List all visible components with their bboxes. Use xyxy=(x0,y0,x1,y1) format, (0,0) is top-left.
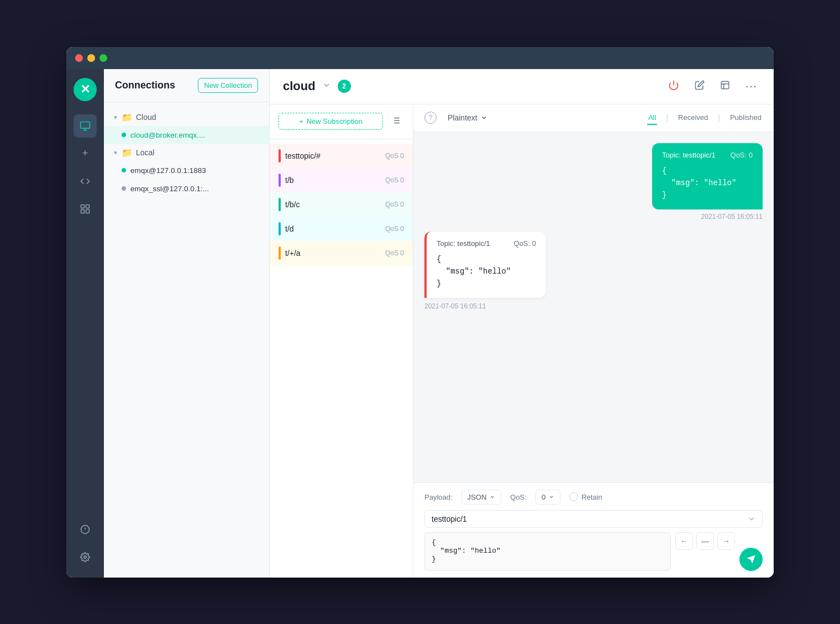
power-button[interactable] xyxy=(665,76,683,97)
nav-settings-button[interactable] xyxy=(74,546,97,569)
close-button[interactable] xyxy=(75,54,83,62)
messages-toolbar: ? Plaintext All | Received | Published xyxy=(413,104,774,132)
svg-rect-2 xyxy=(86,204,90,208)
group-local-header[interactable]: ▼ 📁 Local xyxy=(104,144,269,161)
sub-color-bar-5 xyxy=(279,247,281,260)
retain-option[interactable]: Retain xyxy=(569,492,602,501)
svg-rect-4 xyxy=(86,209,90,213)
sub-qos-1: QoS 0 xyxy=(385,152,404,160)
sub-topic-3: t/b/c xyxy=(285,200,300,209)
titlebar xyxy=(66,47,774,69)
local-group-label: Local xyxy=(136,148,154,157)
message-filter-tabs: All | Received | Published xyxy=(647,111,763,125)
messages-area: ? Plaintext All | Received | Published xyxy=(413,104,774,578)
connection-chevron-icon[interactable] xyxy=(322,81,331,92)
filter-tab-published[interactable]: Published xyxy=(729,111,763,125)
subscription-item-4[interactable]: t/d QoS 0 xyxy=(270,217,413,241)
message-bubble-received-1: Topic: testtopic/1 QoS: 0 { "msg": "hell… xyxy=(424,232,546,298)
subscription-list: testtopic/# QoS 0 t/b QoS 0 xyxy=(270,139,413,578)
app-window: ✕ + Connections xyxy=(66,47,774,578)
subscriptions-panel: + New Subscription testtopic/# xyxy=(270,104,413,578)
edit-button[interactable] xyxy=(691,77,708,96)
subscription-item-2[interactable]: t/b QoS 0 xyxy=(270,168,413,192)
msg-header-received-1: Topic: testtopic/1 QoS: 0 xyxy=(437,239,536,248)
connection-badge: 2 xyxy=(338,80,351,93)
payload-label: Payload: xyxy=(424,493,453,501)
publish-bar: Payload: JSON QoS: 0 xyxy=(413,483,774,578)
svg-rect-0 xyxy=(81,122,90,128)
status-dot-local2 xyxy=(122,186,126,191)
nav-info-button[interactable] xyxy=(74,518,97,541)
message-bubble-sent-1: Topic: testtopic/1 QoS: 0 { "msg": "hell… xyxy=(652,143,763,209)
cloud-group-arrow: ▼ xyxy=(113,114,118,120)
connection-item-local2[interactable]: emqx_ssl@127.0.0.1:... xyxy=(104,180,269,198)
connections-title: Connections xyxy=(115,80,175,91)
subscription-item-3[interactable]: t/b/c QoS 0 xyxy=(270,192,413,217)
sub-color-bar-1 xyxy=(279,149,281,162)
new-window-button[interactable] xyxy=(717,77,733,96)
traffic-lights xyxy=(75,54,107,62)
connection-item-local1[interactable]: emqx@127.0.0.1:1883 xyxy=(104,161,269,180)
message-item-sent-1: Topic: testtopic/1 QoS: 0 { "msg": "hell… xyxy=(424,143,763,221)
nav-log-button[interactable] xyxy=(74,197,97,221)
sub-color-bar-4 xyxy=(279,222,281,235)
topic-input[interactable] xyxy=(432,515,748,523)
retain-checkbox[interactable] xyxy=(569,492,578,501)
payload-actions: ← — → xyxy=(675,532,735,571)
connection-label-local1: emqx@127.0.0.1:1883 xyxy=(130,166,206,175)
qos-select[interactable]: 0 xyxy=(536,490,560,505)
filter-tab-all[interactable]: All xyxy=(647,111,657,125)
format-selector[interactable]: Plaintext xyxy=(443,111,492,124)
new-subscription-button[interactable]: + New Subscription xyxy=(279,113,383,130)
payload-textarea[interactable]: { "msg": "hello" } xyxy=(424,532,671,571)
logo-icon: ✕ xyxy=(80,82,90,97)
payload-clear-button[interactable]: — xyxy=(696,532,714,550)
sub-qos-2: QoS 0 xyxy=(385,176,404,184)
topic-bar xyxy=(424,510,763,528)
sub-qos-5: QoS 0 xyxy=(385,249,404,257)
nav-connections-button[interactable] xyxy=(74,114,97,138)
nav-script-button[interactable] xyxy=(74,170,97,193)
sub-color-bar-2 xyxy=(279,174,281,187)
publish-options: Payload: JSON QoS: 0 xyxy=(424,490,763,505)
send-icon xyxy=(746,554,756,564)
connection-label-local2: emqx_ssl@127.0.0.1:... xyxy=(130,185,209,193)
sub-color-bar-3 xyxy=(279,198,281,211)
sub-qos-3: QoS 0 xyxy=(385,201,404,208)
payload-prev-button[interactable]: ← xyxy=(675,532,693,550)
subscription-item-5[interactable]: t/+/a QoS 0 xyxy=(270,241,413,265)
svg-rect-1 xyxy=(81,204,85,208)
send-button[interactable] xyxy=(739,548,763,571)
help-icon[interactable]: ? xyxy=(424,112,437,124)
cloud-folder-icon: 📁 xyxy=(122,112,133,123)
new-collection-button[interactable]: New Collection xyxy=(198,78,258,93)
cloud-group-label: Cloud xyxy=(136,113,156,122)
connections-header: Connections New Collection xyxy=(104,69,269,102)
filter-tab-received[interactable]: Received xyxy=(677,111,709,125)
subscription-filter-button[interactable] xyxy=(387,112,404,131)
more-button[interactable]: ··· xyxy=(742,76,760,97)
nav-add-button[interactable]: + xyxy=(74,142,97,165)
payload-next-button[interactable]: → xyxy=(717,532,735,550)
subscription-item-1[interactable]: testtopic/# QoS 0 xyxy=(270,144,413,168)
msg-body-sent-1: { "msg": "hello" } xyxy=(662,165,753,202)
msg-topic-received-1: Topic: testtopic/1 xyxy=(437,239,490,248)
sub-topic-1: testtopic/# xyxy=(285,151,321,160)
msg-qos-received-1: QoS: 0 xyxy=(514,239,536,248)
minimize-button[interactable] xyxy=(87,54,95,62)
status-dot-green xyxy=(122,133,126,137)
format-label: Plaintext xyxy=(448,113,477,122)
connection-item-cloud1[interactable]: cloud@broker.emqx.... xyxy=(104,126,269,144)
app-logo[interactable]: ✕ xyxy=(74,78,97,101)
qos-label: QoS: xyxy=(510,493,527,501)
nav-sidebar: ✕ + xyxy=(66,69,104,578)
connection-label-cloud1: cloud@broker.emqx.... xyxy=(130,131,205,139)
group-cloud-header[interactable]: ▼ 📁 Cloud xyxy=(104,109,269,126)
status-dot-local1 xyxy=(122,168,126,172)
payload-format-select[interactable]: JSON xyxy=(461,490,502,505)
content-split: + New Subscription testtopic/# xyxy=(270,104,774,578)
add-icon: + xyxy=(82,148,88,159)
topic-chevron-icon xyxy=(748,515,755,523)
maximize-button[interactable] xyxy=(99,54,107,62)
messages-list: Topic: testtopic/1 QoS: 0 { "msg": "hell… xyxy=(413,132,774,483)
